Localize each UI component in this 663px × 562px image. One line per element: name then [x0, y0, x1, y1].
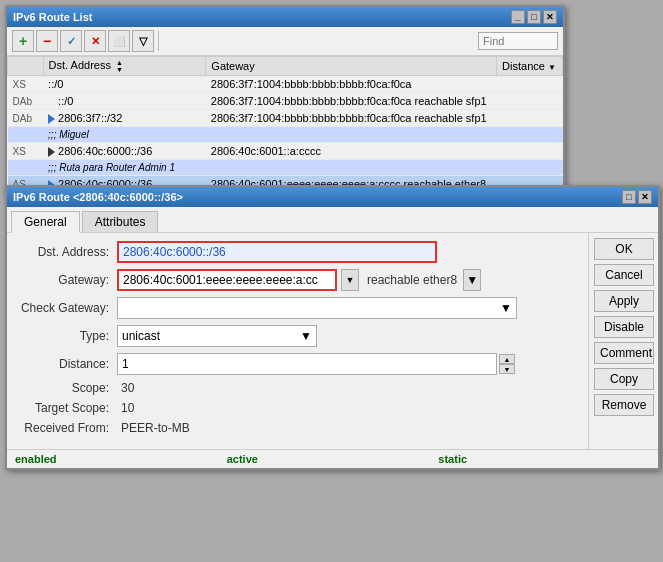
- scope-field: 30: [117, 381, 578, 395]
- dst-address-field: [117, 241, 578, 263]
- sort-arrows-dst: ▲ ▼: [116, 59, 123, 73]
- table-row[interactable]: XS ::/0 2806:3f7:1004:bbbb:bbbb:bbbb:f0c…: [8, 76, 563, 93]
- dst-address-label: Dst. Address:: [17, 245, 117, 259]
- detail-form: Dst. Address: Gateway: ▼ reachable ether…: [7, 233, 588, 449]
- row-gateway: 2806:3f7:1004:bbbb:bbbb:bbbb:f0ca:f0ca r…: [206, 110, 497, 127]
- row-dist: [497, 143, 563, 160]
- received-from-label: Received From:: [17, 421, 117, 435]
- table-row[interactable]: DAb 2806:3f7::/32 2806:3f7:1004:bbbb:bbb…: [8, 110, 563, 127]
- table-row[interactable]: XS 2806:40c:6000::/36 2806:40c:6001::a:c…: [8, 143, 563, 160]
- comment-button[interactable]: Comment: [594, 342, 654, 364]
- gateway-label: Gateway:: [17, 273, 117, 287]
- route-list-window: IPv6 Route List _ □ ✕ + − ✓ ✕ ⬜ ▽ Dst. A…: [5, 5, 565, 195]
- gateway-dropdown-btn[interactable]: ▼: [341, 269, 359, 291]
- form-row-check-gateway: Check Gateway: ▼: [17, 297, 578, 319]
- maximize-button[interactable]: □: [527, 10, 541, 24]
- route-detail-titlebar: IPv6 Route <2806:40c:6000::/36> □ ✕: [7, 187, 658, 207]
- toolbar: + − ✓ ✕ ⬜ ▽: [7, 27, 563, 56]
- row-flag: [8, 160, 44, 176]
- copy-button[interactable]: Copy: [594, 368, 654, 390]
- add-button[interactable]: +: [12, 30, 34, 52]
- gateway-suffix: reachable ether8: [367, 273, 457, 287]
- copy-button[interactable]: ⬜: [108, 30, 130, 52]
- gateway-input[interactable]: [117, 269, 337, 291]
- route-detail-window: IPv6 Route <2806:40c:6000::/36> □ ✕ Gene…: [5, 185, 660, 470]
- toolbar-find: [478, 32, 558, 50]
- type-label: Type:: [17, 329, 117, 343]
- detail-sidebar: OK Cancel Apply Disable Comment Copy Rem…: [588, 233, 658, 449]
- distance-label: Distance:: [17, 357, 117, 371]
- form-row-received-from: Received From: PEER-to-MB: [17, 421, 578, 435]
- minimize-button[interactable]: _: [511, 10, 525, 24]
- status-bar: enabled active static: [7, 449, 658, 468]
- row-flag: [8, 127, 44, 143]
- table-row-separator: ;;; Ruta para Router Admin 1: [8, 160, 563, 176]
- remove-button[interactable]: Remove: [594, 394, 654, 416]
- row-flag: XS: [8, 143, 44, 160]
- find-input[interactable]: [478, 32, 558, 50]
- close-button[interactable]: ✕: [543, 10, 557, 24]
- row-dist: [497, 110, 563, 127]
- row-dst: ::/0: [43, 93, 206, 110]
- detail-close-button[interactable]: ✕: [638, 190, 652, 204]
- form-row-type: Type: unicast ▼: [17, 325, 578, 347]
- scope-label: Scope:: [17, 381, 117, 395]
- row-gateway: 2806:3f7:1004:bbbb:bbbb:bbbb:f0ca:f0ca: [206, 76, 497, 93]
- form-row-distance: Distance: ▲ ▼: [17, 353, 578, 375]
- filter-button[interactable]: ▽: [132, 30, 154, 52]
- distance-up-btn[interactable]: ▲: [499, 354, 515, 364]
- gateway-suffix-dropdown[interactable]: ▼: [463, 269, 481, 291]
- type-field: unicast ▼: [117, 325, 578, 347]
- route-list-titlebar: IPv6 Route List _ □ ✕: [7, 7, 563, 27]
- check-gateway-field: ▼: [117, 297, 578, 319]
- route-table-container: Dst. Address ▲ ▼ Gateway Distance ▼ X: [7, 56, 563, 193]
- type-caret: ▼: [300, 329, 312, 343]
- tab-attributes[interactable]: Attributes: [82, 211, 159, 232]
- check-gateway-caret: ▼: [500, 301, 512, 315]
- route-list-title: IPv6 Route List: [13, 11, 92, 23]
- distance-wrap: ▲ ▼: [117, 353, 515, 375]
- distance-input[interactable]: [117, 353, 497, 375]
- form-row-scope: Scope: 30: [17, 381, 578, 395]
- col-header-distance[interactable]: Distance ▼: [497, 57, 563, 76]
- check-gateway-dropdown[interactable]: ▼: [117, 297, 517, 319]
- cancel-button[interactable]: Cancel: [594, 264, 654, 286]
- row-dst: ::/0: [43, 76, 206, 93]
- cross-button[interactable]: ✕: [84, 30, 106, 52]
- col-header-gateway[interactable]: Gateway: [206, 57, 497, 76]
- toolbar-separator: [158, 31, 159, 51]
- scope-value: 30: [117, 381, 134, 395]
- dst-address-input[interactable]: [117, 241, 437, 263]
- form-row-gateway: Gateway: ▼ reachable ether8 ▼: [17, 269, 578, 291]
- distance-down-btn[interactable]: ▼: [499, 364, 515, 374]
- received-from-value: PEER-to-MB: [117, 421, 190, 435]
- apply-button[interactable]: Apply: [594, 290, 654, 312]
- tab-general[interactable]: General: [11, 211, 80, 233]
- row-separator-text: ;;; Ruta para Router Admin 1: [43, 160, 562, 176]
- target-scope-value: 10: [117, 401, 134, 415]
- delete-button[interactable]: −: [36, 30, 58, 52]
- row-flag: DAb: [8, 110, 44, 127]
- row-separator-text: ;;; Miguel: [43, 127, 562, 143]
- row-dist: [497, 76, 563, 93]
- ok-button[interactable]: OK: [594, 238, 654, 260]
- detail-maximize-button[interactable]: □: [622, 190, 636, 204]
- form-row-target-scope: Target Scope: 10: [17, 401, 578, 415]
- received-from-field: PEER-to-MB: [117, 421, 578, 435]
- type-dropdown[interactable]: unicast ▼: [117, 325, 317, 347]
- col-header-flag: [8, 57, 44, 76]
- status-static: static: [438, 453, 650, 465]
- row-flag: XS: [8, 76, 44, 93]
- status-enabled: enabled: [15, 453, 227, 465]
- disable-button[interactable]: Disable: [594, 316, 654, 338]
- table-row[interactable]: DAb ::/0 2806:3f7:1004:bbbb:bbbb:bbbb:f0…: [8, 93, 563, 110]
- arrow-icon: [48, 114, 55, 124]
- col-header-dst[interactable]: Dst. Address ▲ ▼: [43, 57, 206, 76]
- distance-spinner: ▲ ▼: [499, 354, 515, 374]
- target-scope-label: Target Scope:: [17, 401, 117, 415]
- sort-icon-distance: ▼: [548, 63, 556, 72]
- check-button[interactable]: ✓: [60, 30, 82, 52]
- route-detail-title: IPv6 Route <2806:40c:6000::/36>: [13, 191, 183, 203]
- row-dist: [497, 93, 563, 110]
- row-gateway: 2806:3f7:1004:bbbb:bbbb:bbbb:f0ca:f0ca r…: [206, 93, 497, 110]
